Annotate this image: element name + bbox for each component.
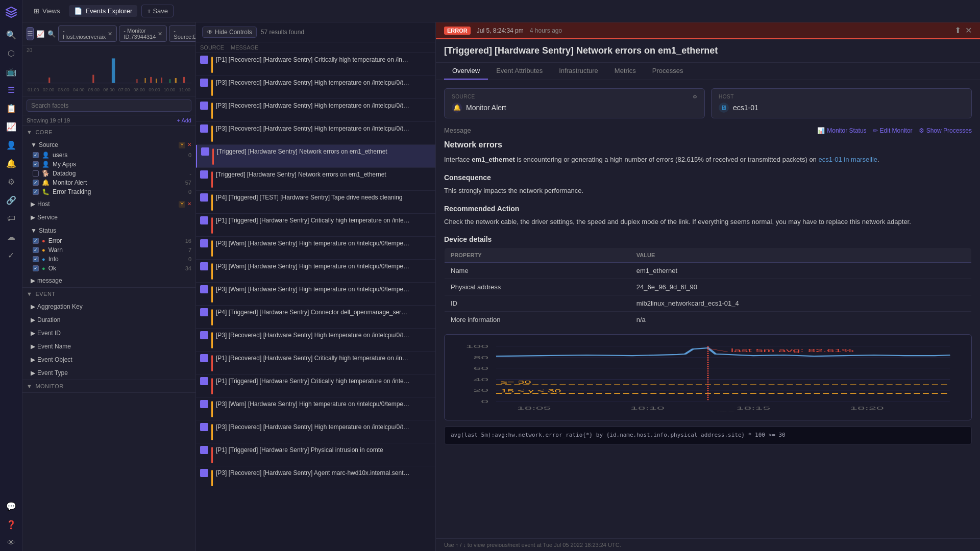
host-card-value: 🖥 ecs1-01 xyxy=(719,103,964,113)
edit-monitor-link[interactable]: ✏ Edit Monitor xyxy=(873,127,913,134)
message-actions: 📊 Monitor Status ✏ Edit Monitor ⚙ Show P… xyxy=(817,127,972,134)
source-filter-icon[interactable]: Y xyxy=(179,142,185,148)
monitor-filter-tag[interactable]: - Monitor ID:73944314 ✕ xyxy=(119,26,167,42)
info-checkbox[interactable]: ✓ xyxy=(33,256,39,262)
sidebar-help-icon[interactable]: ❓ xyxy=(3,516,19,533)
sidebar-monitor-icon[interactable]: 📺 xyxy=(3,63,19,80)
table-row[interactable]: [P3] [Recovered] [Hardware Sentry] High … xyxy=(196,99,435,122)
hide-controls-button[interactable]: 👁 Hide Controls xyxy=(202,27,257,38)
event-section-header[interactable]: ▼ EVENT xyxy=(22,288,195,300)
tab-processes[interactable]: Processes xyxy=(644,63,692,80)
table-row[interactable]: [P1] [Triggered] [Hardware Sentry] Criti… xyxy=(196,374,435,397)
event-source-col xyxy=(200,56,208,64)
host-remove-icon[interactable]: ✕ xyxy=(187,201,191,208)
add-facet-button[interactable]: + Add xyxy=(177,117,191,123)
tab-overview[interactable]: Overview xyxy=(444,63,488,80)
close-button[interactable]: ✕ xyxy=(965,26,972,35)
warn-checkbox[interactable]: ✓ xyxy=(33,247,39,253)
ok-status-icon: ● xyxy=(42,265,45,271)
source-filter-tag[interactable]: - Source:Datadog ✕ xyxy=(169,26,196,42)
tab-infrastructure[interactable]: Infrastructure xyxy=(551,63,606,80)
source-card: SOURCE ⚙ 🔔 Monitor Alert xyxy=(444,88,705,118)
event-message: [P1] [Recovered] [Hardware Sentry] Criti… xyxy=(216,56,431,64)
source-group-header[interactable]: ▼ Source Y ✕ xyxy=(22,139,195,151)
event-id-header[interactable]: ▶ Event ID xyxy=(22,328,195,339)
export-button[interactable]: ⬆ xyxy=(954,26,961,35)
host-filter-icon[interactable]: Y xyxy=(179,201,185,208)
value-cell: 24_6e_96_9d_6f_90 xyxy=(630,279,972,295)
filter-bar: ☰ 📈 🔍 - Host:vioserveraix ✕ - Monitor ID… xyxy=(22,22,195,45)
table-row[interactable]: [P1] [Recovered] [Hardware Sentry] Criti… xyxy=(196,352,435,374)
sidebar-cloud-icon[interactable]: ☁ xyxy=(3,229,19,245)
sidebar-apm-icon[interactable]: 📋 xyxy=(3,100,19,116)
warn-status-label: Warn xyxy=(48,246,63,254)
sidebar-search-icon[interactable]: 🔍 xyxy=(3,27,19,43)
error-tracking-checkbox[interactable]: ✓ xyxy=(33,189,39,195)
myapps-checkbox[interactable]: ✓ xyxy=(33,161,39,167)
table-row[interactable]: [P1] [Recovered] [Hardware Sentry] Criti… xyxy=(196,53,435,76)
list-view-button[interactable]: ☰ xyxy=(27,27,34,40)
table-row[interactable]: [Triggered] [Hardware Sentry] Network er… xyxy=(196,145,435,168)
sidebar-tag-icon[interactable]: 🏷 xyxy=(3,210,19,227)
error-checkbox[interactable]: ✓ xyxy=(33,238,39,244)
host-filter-remove[interactable]: ✕ xyxy=(108,31,112,37)
table-row[interactable]: [P3] [Recovered] [Hardware Sentry] High … xyxy=(196,76,435,99)
facets-search-input[interactable] xyxy=(27,99,191,112)
table-row[interactable]: [Triggered] [Hardware Sentry] Network er… xyxy=(196,168,435,191)
sidebar-check-icon[interactable]: ✓ xyxy=(3,247,19,263)
table-row[interactable]: [P4] [Triggered] [TEST] [Hardware Sentry… xyxy=(196,191,435,214)
search-view-button[interactable]: 🔍 xyxy=(47,27,56,40)
status-group-header[interactable]: ▼ Status xyxy=(22,225,195,236)
sidebar-infrastructure-icon[interactable]: 📈 xyxy=(3,118,19,135)
table-row[interactable]: [P3] [Warn] [Hardware Sentry] High tempe… xyxy=(196,397,435,420)
table-row[interactable]: [P1] [Triggered] [Hardware Sentry] Criti… xyxy=(196,214,435,237)
event-source-col xyxy=(200,308,208,316)
monitor-section-header[interactable]: ▼ MONITOR xyxy=(22,380,195,392)
table-row[interactable]: [P3] [Warn] [Hardware Sentry] High tempe… xyxy=(196,260,435,283)
tab-event-attributes[interactable]: Event Attributes xyxy=(488,63,551,80)
monitor-alert-checkbox[interactable]: ✓ xyxy=(33,180,39,186)
table-row[interactable]: [P3] [Warn] [Hardware Sentry] High tempe… xyxy=(196,237,435,260)
service-group-header[interactable]: ▶ Service xyxy=(22,212,195,223)
event-type-header[interactable]: ▶ Event Type xyxy=(22,367,195,379)
message-group-header[interactable]: ▶ message xyxy=(22,275,195,286)
monitor-filter-remove[interactable]: ✕ xyxy=(158,31,162,37)
sidebar-chat-icon[interactable]: 💬 xyxy=(3,498,19,514)
explorer-tab[interactable]: 📄 Events Explorer xyxy=(69,5,137,17)
show-processes-link[interactable]: ⚙ Show Processes xyxy=(919,127,972,134)
users-checkbox[interactable]: ✓ xyxy=(33,152,39,158)
monitor-status-link[interactable]: 📊 Monitor Status xyxy=(817,127,866,134)
sidebar-settings-icon[interactable]: ⚙ xyxy=(3,173,19,190)
duration-header[interactable]: ▶ Duration xyxy=(22,314,195,325)
sidebar-alert-icon[interactable]: 🔔 xyxy=(3,155,19,171)
table-row[interactable]: [P3] [Recovered] [Hardware Sentry] Agent… xyxy=(196,466,435,489)
sidebar-profile-icon[interactable]: 👁 xyxy=(3,535,19,551)
table-row[interactable]: [P3] [Recovered] [Hardware Sentry] High … xyxy=(196,329,435,352)
sidebar-user-icon[interactable]: 👤 xyxy=(3,137,19,153)
table-row[interactable]: [P3] [Recovered] [Hardware Sentry] High … xyxy=(196,420,435,443)
sidebar-integrations-icon[interactable]: 🔗 xyxy=(3,192,19,208)
save-button[interactable]: + Save xyxy=(141,5,174,17)
table-row[interactable]: [P3] [Warn] [Hardware Sentry] High tempe… xyxy=(196,283,435,306)
tab-metrics[interactable]: Metrics xyxy=(606,63,644,80)
host-link[interactable]: ecs1-01 in marseille xyxy=(818,156,877,163)
host-filter-tag[interactable]: - Host:vioserveraix ✕ xyxy=(58,26,117,42)
table-row[interactable]: [P1] [Triggered] [Hardware Sentry] Physi… xyxy=(196,443,435,466)
event-name-header[interactable]: ▶ Event Name xyxy=(22,341,195,352)
event-level-bar xyxy=(211,263,213,280)
host-group-header[interactable]: ▶ Host Y ✕ xyxy=(22,198,195,210)
sidebar-logs-icon[interactable]: ☰ xyxy=(3,82,19,98)
event-object-header[interactable]: ▶ Event Object xyxy=(22,354,195,365)
table-row[interactable]: [P4] [Triggered] [Hardware Sentry] Conne… xyxy=(196,306,435,329)
datadog-checkbox[interactable] xyxy=(33,170,39,177)
aggregation-key-header[interactable]: ▶ Aggregation Key xyxy=(22,301,195,312)
sidebar-dashboard-icon[interactable]: ⬡ xyxy=(3,45,19,61)
ok-checkbox[interactable]: ✓ xyxy=(33,265,39,271)
core-section-header[interactable]: ▼ CORE xyxy=(22,126,195,138)
source-remove-icon[interactable]: ✕ xyxy=(187,142,191,148)
property-cell: More information xyxy=(445,312,630,328)
chart-view-button[interactable]: 📈 xyxy=(36,27,45,40)
views-tab[interactable]: ⊞ Views xyxy=(29,5,65,17)
table-row[interactable]: [P3] [Recovered] [Hardware Sentry] High … xyxy=(196,122,435,145)
myapps-icon: 👤 xyxy=(42,161,50,168)
